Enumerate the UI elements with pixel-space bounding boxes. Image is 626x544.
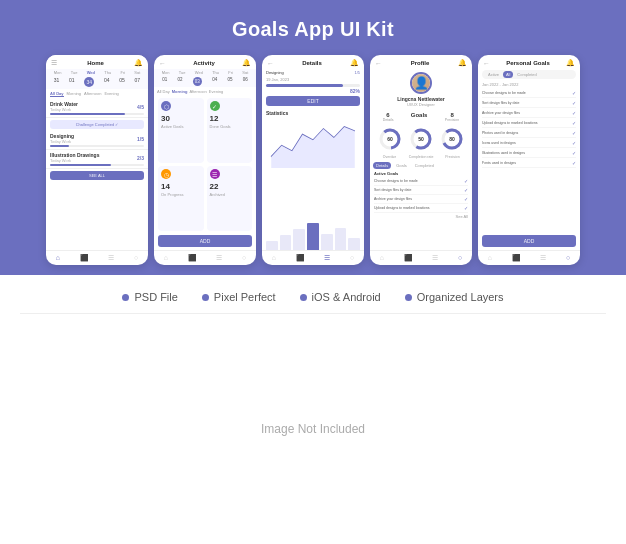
goal-item-1: Drink Water Today Work 4/5 <box>46 99 148 118</box>
page-title: Goals App UI Kit <box>232 18 394 41</box>
nav-home-icon[interactable]: ⌂ <box>380 254 384 262</box>
activity-card-2-icon: ✓ <box>210 101 220 111</box>
activity-card-3-icon: ◷ <box>161 169 171 179</box>
phone-home-dates: 31 01 34 04 05 07 <box>46 76 148 89</box>
user-role: UI/UX Designer <box>407 102 435 107</box>
tab-completed[interactable]: Completed <box>412 162 437 169</box>
phone-personal-goals-tabs: Active All Completed <box>482 70 576 79</box>
phone-personal-goals-nav: ⌂ ⬛ ☰ ○ <box>478 250 580 265</box>
profile-see-all[interactable]: See All <box>370 213 472 220</box>
phone-profile-tabs: Details Goals Completed <box>370 161 472 170</box>
feature-dot-psd <box>122 294 129 301</box>
challenge-badge: Challenge Completed ✓ <box>50 120 144 129</box>
profile-goal-3: Archive your design files ✓ <box>374 195 468 204</box>
user-avatar: 👤 <box>410 72 432 94</box>
phone-details-header: ← Details 🔔 <box>262 55 364 69</box>
phone-activity-cards: ⬡ 30 Active Goals ✓ 12 Done Goals ◷ 14 O… <box>154 96 256 233</box>
feature-ios: iOS & Android <box>300 291 381 303</box>
nav-person-icon[interactable]: ○ <box>350 254 354 262</box>
nav-person-icon[interactable]: ○ <box>242 254 246 262</box>
personal-goal-5: Photos used in designs ✓ <box>482 128 576 138</box>
profile-stat-details: 6 Details <box>383 112 394 122</box>
phone-details-bars <box>262 220 364 250</box>
tab-active[interactable]: Active <box>485 71 502 78</box>
feature-dot-ios <box>300 294 307 301</box>
feature-label-pixel: Pixel Perfect <box>214 291 276 303</box>
nav-person-icon[interactable]: ○ <box>134 254 138 262</box>
svg-text:50: 50 <box>418 136 424 142</box>
phone-activity: ← Activity 🔔 Mon Tue Wed Thu Fri Sat 01 … <box>154 55 256 265</box>
feature-label-layers: Organized Layers <box>417 291 504 303</box>
nav-chart-icon[interactable]: ⬛ <box>512 254 521 262</box>
feature-label-ios: iOS & Android <box>312 291 381 303</box>
phone-activity-days: Mon Tue Wed Thu Fri Sat <box>154 69 256 76</box>
nav-add-icon[interactable]: ☰ <box>108 254 114 262</box>
activity-card-1: ⬡ 30 Active Goals <box>158 98 204 163</box>
personal-goal-8: Fonts used in designs ✓ <box>482 158 576 168</box>
feature-dot-pixel <box>202 294 209 301</box>
phone-personal-goals-title: Personal Goals <box>506 60 550 66</box>
activity-card-3: ◷ 14 On Progress <box>158 166 204 231</box>
phone-personal-goals: ← Personal Goals 🔔 Active All Completed … <box>478 55 580 265</box>
personal-goals-list: Choose designs to be made ✓ Sort design … <box>478 88 580 233</box>
phone-details-progress-bar <box>266 84 360 87</box>
phone-home-header: ☰ Home 🔔 <box>46 55 148 69</box>
tab-details[interactable]: Details <box>373 162 391 169</box>
donut-precision: 80 Precision <box>440 127 464 159</box>
personal-goal-6: Icons used in designs ✓ <box>482 138 576 148</box>
nav-chart-icon[interactable]: ⬛ <box>404 254 413 262</box>
nav-chart-icon[interactable]: ⬛ <box>296 254 305 262</box>
phone-activity-nav: ⌂ ⬛ ☰ ○ <box>154 250 256 265</box>
phone-details: ← Details 🔔 Designing 1/5 19 Jan, 2023 8… <box>262 55 364 265</box>
nav-add-icon[interactable]: ☰ <box>432 254 438 262</box>
nav-add-icon[interactable]: ☰ <box>324 254 330 262</box>
goal-item-2: Designing Today Work 1/5 <box>46 131 148 150</box>
see-all-button[interactable]: SEE ALL <box>50 171 144 180</box>
phone-activity-header: ← Activity 🔔 <box>154 55 256 69</box>
phone-activity-dates: 01 02 03 04 05 06 <box>154 76 256 87</box>
nav-home-icon[interactable]: ⌂ <box>164 254 168 262</box>
feature-dot-layers <box>405 294 412 301</box>
phone-profile-avatar-section: 👤 Lingcna Nettlewater UI/UX Designer <box>370 69 472 109</box>
image-not-included-label: Image Not Included <box>0 314 626 544</box>
nav-person-icon[interactable]: ○ <box>566 254 570 262</box>
activity-card-4-icon: ☰ <box>210 169 220 179</box>
phone-profile-stats: 6 Details Goals 8 Precision <box>370 109 472 125</box>
phone-profile-title: Profile <box>411 60 430 66</box>
nav-add-icon[interactable]: ☰ <box>540 254 546 262</box>
nav-home-icon[interactable]: ⌂ <box>56 254 60 262</box>
nav-chart-icon[interactable]: ⬛ <box>188 254 197 262</box>
donut-completion: 50 Completion rate <box>409 127 434 159</box>
personal-goal-7: Illustrations used in designs ✓ <box>482 148 576 158</box>
tab-all[interactable]: All <box>503 71 513 78</box>
top-section: Goals App UI Kit ☰ Home 🔔 Mon Tue Wed Th… <box>0 0 626 275</box>
personal-goal-2: Sort design files by date ✓ <box>482 98 576 108</box>
nav-add-icon[interactable]: ☰ <box>216 254 222 262</box>
feature-layers: Organized Layers <box>405 291 504 303</box>
features-row: PSD File Pixel Perfect iOS & Android Org… <box>0 275 626 313</box>
activity-add-button[interactable]: ADD <box>158 235 252 247</box>
personal-goal-4: Upload designs to marked locations ✓ <box>482 118 576 128</box>
phone-activity-filter: All Day Morning Afternoon Evening <box>154 87 256 96</box>
profile-stat-goals: Goals <box>411 112 428 122</box>
details-edit-button[interactable]: EDIT <box>266 96 360 106</box>
goal-item-3: Illustration Drawings Today Work 2/3 <box>46 150 148 169</box>
phones-row: ☰ Home 🔔 Mon Tue Wed Thu Fri Sat 31 01 3… <box>46 55 580 265</box>
phone-home-title: Home <box>87 60 104 66</box>
phone-details-percent: 82% <box>262 88 364 94</box>
tab-goals[interactable]: Goals <box>393 162 409 169</box>
nav-person-icon[interactable]: ○ <box>458 254 462 262</box>
personal-goals-add-button[interactable]: ADD <box>482 235 576 247</box>
svg-text:60: 60 <box>387 136 393 142</box>
nav-chart-icon[interactable]: ⬛ <box>80 254 89 262</box>
active-goals-title: Active Goals <box>370 170 472 177</box>
feature-label-psd: PSD File <box>134 291 177 303</box>
nav-home-icon[interactable]: ⌂ <box>488 254 492 262</box>
nav-home-icon[interactable]: ⌂ <box>272 254 276 262</box>
phone-details-date: 19 Jan, 2023 <box>262 76 364 83</box>
phone-profile-nav: ⌂ ⬛ ☰ ○ <box>370 250 472 265</box>
tab-completed[interactable]: Completed <box>514 71 539 78</box>
bottom-section: PSD File Pixel Perfect iOS & Android Org… <box>0 275 626 544</box>
donut-overdue: 60 Overdue <box>378 127 402 159</box>
phone-profile: ← Profile 🔔 👤 Lingcna Nettlewater UI/UX … <box>370 55 472 265</box>
